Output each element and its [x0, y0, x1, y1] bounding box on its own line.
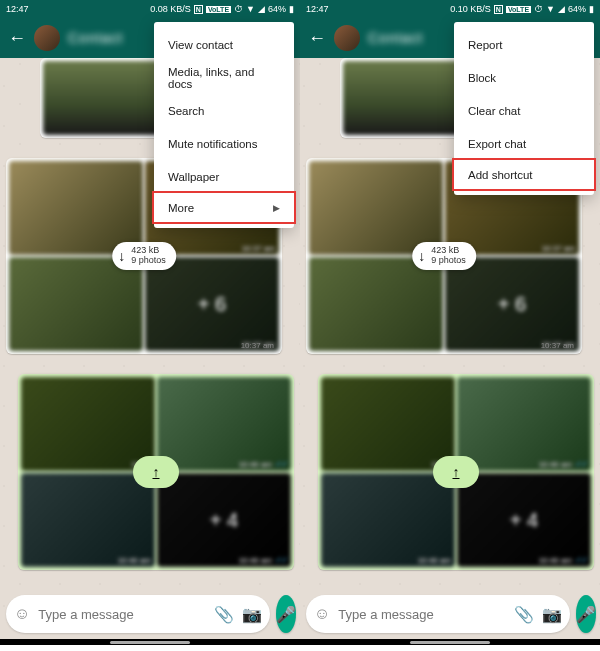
ticks-icon: ✓✓: [275, 555, 287, 565]
album-timestamp: 10:37 am: [241, 341, 274, 350]
input-bar: ☺ 📎 📷 🎤: [300, 593, 600, 635]
input-bar: ☺ 📎 📷 🎤: [0, 593, 300, 635]
attach-icon[interactable]: 📎: [514, 605, 534, 624]
android-nav-bar: [300, 639, 600, 645]
options-menu: View contact Media, links, and docs Sear…: [154, 22, 294, 228]
menu-wallpaper[interactable]: Wallpaper: [154, 160, 294, 193]
nfc-icon: N: [494, 5, 503, 14]
download-button[interactable]: ↓ 423 kB 9 photos: [112, 242, 176, 270]
emoji-icon[interactable]: ☺: [314, 605, 330, 623]
volte-icon: VoLTE: [506, 6, 531, 13]
outgoing-album[interactable]: 10:46 10:46 am✓✓ 10:46 am + 4 10:46 am✓✓…: [18, 374, 294, 570]
contact-name[interactable]: Contact: [368, 30, 423, 46]
contact-name[interactable]: Contact: [68, 30, 123, 46]
attach-icon[interactable]: 📎: [214, 605, 234, 624]
menu-block[interactable]: Block: [454, 61, 594, 94]
ticks-icon: ✓✓: [575, 459, 587, 469]
status-bar: 12:47 0.08 KB/S N VoLTE ⏱ ▼ ◢ 64% ▮: [0, 0, 300, 18]
alarm-icon: ⏱: [534, 5, 543, 14]
album-more-overlay: + 6: [145, 257, 279, 351]
data-rate: 0.10 KB/S: [450, 5, 491, 14]
avatar[interactable]: [334, 25, 360, 51]
signal-icon: ◢: [558, 5, 565, 14]
mic-icon: 🎤: [276, 605, 296, 624]
nfc-icon: N: [194, 5, 203, 14]
menu-add-shortcut[interactable]: Add shortcut: [452, 158, 596, 191]
menu-more[interactable]: More ▶: [152, 191, 296, 224]
message-input[interactable]: [38, 607, 206, 622]
battery-percent: 64%: [568, 5, 586, 14]
download-button[interactable]: ↓ 423 kB 9 photos: [412, 242, 476, 270]
signal-icon: ◢: [258, 5, 265, 14]
battery-percent: 64%: [268, 5, 286, 14]
album-more-overlay: + 4: [157, 473, 291, 567]
download-count: 9 photos: [131, 256, 166, 266]
cell-timestamp: 10:46 am: [118, 556, 151, 565]
download-icon: ↓: [118, 248, 125, 264]
back-arrow-icon[interactable]: ←: [8, 28, 26, 49]
options-submenu: Report Block Clear chat Export chat Add …: [454, 22, 594, 195]
mic-icon: 🎤: [576, 605, 596, 624]
menu-clear-chat[interactable]: Clear chat: [454, 94, 594, 127]
alarm-icon: ⏱: [234, 5, 243, 14]
status-time: 12:47: [306, 4, 329, 14]
camera-icon[interactable]: 📷: [542, 605, 562, 624]
menu-search[interactable]: Search: [154, 94, 294, 127]
cell-timestamp: 10:46 am✓✓: [239, 459, 287, 469]
upload-icon: ↑: [153, 464, 160, 480]
emoji-icon[interactable]: ☺: [14, 605, 30, 623]
back-arrow-icon[interactable]: ←: [308, 28, 326, 49]
download-icon: ↓: [418, 248, 425, 264]
ticks-icon: ✓✓: [275, 459, 287, 469]
menu-export-chat[interactable]: Export chat: [454, 127, 594, 160]
battery-icon: ▮: [289, 5, 294, 14]
menu-view-contact[interactable]: View contact: [154, 28, 294, 61]
upload-button[interactable]: ↑: [133, 456, 179, 488]
album-more-overlay: + 6: [445, 257, 579, 351]
menu-media-links-docs[interactable]: Media, links, and docs: [154, 61, 294, 94]
avatar[interactable]: [34, 25, 60, 51]
outgoing-album[interactable]: 10:46 10:46 am✓✓ 10:46 am + 4 10:46 am✓✓…: [318, 374, 594, 570]
message-input[interactable]: [338, 607, 506, 622]
status-bar: 12:47 0.10 KB/S N VoLTE ⏱ ▼ ◢ 64% ▮: [300, 0, 600, 18]
cell-timestamp: 10:37 am: [242, 244, 275, 253]
mic-button[interactable]: 🎤: [576, 595, 596, 633]
mic-button[interactable]: 🎤: [276, 595, 296, 633]
upload-button[interactable]: ↑: [433, 456, 479, 488]
message-input-pill[interactable]: ☺ 📎 📷: [6, 595, 270, 633]
battery-icon: ▮: [589, 5, 594, 14]
volte-icon: VoLTE: [206, 6, 231, 13]
message-input-pill[interactable]: ☺ 📎 📷: [306, 595, 570, 633]
wifi-icon: ▼: [246, 5, 255, 14]
cell-timestamp: 10:46 am✓✓: [239, 555, 287, 565]
android-nav-bar: [0, 639, 300, 645]
wifi-icon: ▼: [546, 5, 555, 14]
menu-report[interactable]: Report: [454, 28, 594, 61]
upload-icon: ↑: [453, 464, 460, 480]
screen-right: 12:47 0.10 KB/S N VoLTE ⏱ ▼ ◢ 64% ▮ ← Co…: [300, 0, 600, 645]
screen-left: 12:47 0.08 KB/S N VoLTE ⏱ ▼ ◢ 64% ▮ ← Co…: [0, 0, 300, 645]
status-time: 12:47: [6, 4, 29, 14]
data-rate: 0.08 KB/S: [150, 5, 191, 14]
menu-mute-notifications[interactable]: Mute notifications: [154, 127, 294, 160]
chevron-right-icon: ▶: [273, 203, 280, 213]
camera-icon[interactable]: 📷: [242, 605, 262, 624]
ticks-icon: ✓✓: [575, 555, 587, 565]
